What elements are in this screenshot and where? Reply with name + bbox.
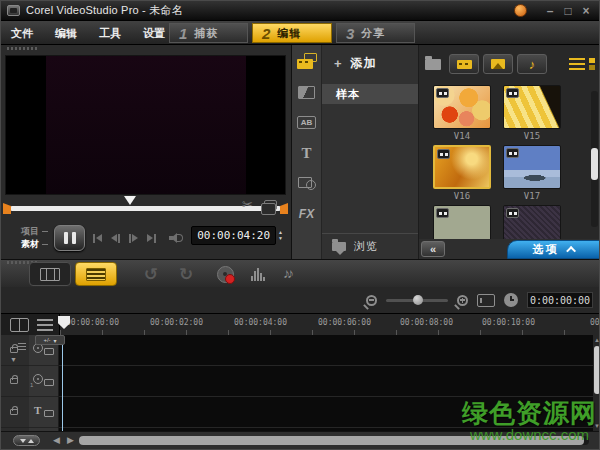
tick-label: 00: bbox=[590, 318, 600, 327]
scroll-right-icon[interactable]: ▶ bbox=[67, 435, 74, 445]
thumbnail-v16-selected[interactable]: V16 bbox=[433, 145, 491, 201]
filter-video-button[interactable] bbox=[449, 54, 479, 74]
filter-audio-button[interactable]: ♪ bbox=[517, 54, 547, 74]
previous-frame-button[interactable] bbox=[111, 234, 120, 243]
gallery-scrollbar[interactable] bbox=[591, 91, 598, 227]
maximize-button[interactable]: □ bbox=[559, 2, 577, 20]
sound-mixer-icon[interactable] bbox=[251, 268, 265, 281]
snapshot-icon[interactable] bbox=[264, 200, 277, 210]
scroll-up-icon[interactable]: ▲ bbox=[593, 336, 600, 344]
fit-project-icon[interactable] bbox=[477, 294, 495, 307]
timeline-vertical-scrollbar[interactable]: ▲ ▼ bbox=[593, 335, 600, 431]
overlay-track-lane[interactable] bbox=[59, 366, 593, 397]
minimize-button[interactable]: – bbox=[541, 2, 559, 20]
media-library-icon[interactable] bbox=[297, 53, 317, 69]
storyboard-mini-icon[interactable] bbox=[10, 318, 29, 332]
volume-icon[interactable] bbox=[169, 233, 183, 243]
add-folder-row[interactable]: + 添加 bbox=[322, 45, 418, 80]
project-duration-timecode[interactable]: 0:00:00:00 bbox=[527, 292, 593, 308]
title-track-header[interactable]: T bbox=[29, 397, 58, 428]
window-title: Corel VideoStudio Pro - 未命名 bbox=[26, 3, 514, 18]
menu-file[interactable]: 文件 bbox=[11, 26, 33, 41]
undo-icon[interactable]: ↺ bbox=[144, 264, 158, 285]
ripple-edit-icon[interactable] bbox=[10, 378, 18, 384]
title-icon[interactable]: T bbox=[301, 146, 311, 160]
auto-music-icon[interactable]: ♪♪ bbox=[283, 265, 291, 281]
end-button[interactable] bbox=[147, 234, 156, 243]
gallery-scrollbar-thumb[interactable] bbox=[591, 148, 598, 180]
photo-filter-icon bbox=[491, 59, 505, 69]
menu-edit[interactable]: 编辑 bbox=[55, 26, 77, 41]
overlay-track-header[interactable]: 1 bbox=[29, 366, 58, 397]
swap-tracks-button[interactable] bbox=[13, 435, 40, 446]
track-options-rail: ▼ bbox=[1, 335, 29, 431]
thumbnail-v14[interactable]: V14 bbox=[433, 85, 491, 141]
timeline-mini-icon[interactable] bbox=[37, 319, 53, 331]
show-all-tracks-button[interactable]: +/- ▾ bbox=[35, 335, 65, 345]
sample-category-item[interactable]: 样本 bbox=[322, 84, 418, 104]
thumbnail-v17[interactable]: V17 bbox=[503, 145, 561, 201]
zoom-out-icon[interactable] bbox=[366, 295, 377, 306]
horizontal-scroll-thumb[interactable] bbox=[79, 436, 584, 445]
trim-end-handle[interactable] bbox=[280, 203, 288, 214]
playhead-line[interactable] bbox=[62, 335, 63, 431]
track-area: +/- ▾ ▼ 1 T bbox=[1, 335, 600, 431]
trim-start-handle[interactable] bbox=[3, 203, 11, 214]
filter-fx-icon[interactable]: FX bbox=[299, 207, 314, 221]
options-button[interactable]: 选项 bbox=[507, 240, 600, 259]
scrubber-handle[interactable] bbox=[124, 196, 136, 205]
next-frame-button[interactable] bbox=[129, 234, 138, 243]
trim-bar[interactable] bbox=[10, 206, 281, 211]
scroll-down-icon[interactable]: ▼ bbox=[593, 422, 600, 430]
transition-icon[interactable] bbox=[298, 86, 315, 99]
corel-guide-icon[interactable] bbox=[514, 4, 527, 17]
timeline-view-button[interactable] bbox=[75, 262, 117, 286]
timeline-ruler[interactable]: 00:00:00:00 00:00:02:00 00:00:04:00 00:0… bbox=[1, 313, 600, 335]
title-ripple-cell[interactable] bbox=[1, 397, 29, 428]
timeline-icon bbox=[86, 268, 106, 281]
preview-panel: ✂ 项目 素材 00:00:04:20 ▲▼ bbox=[1, 45, 291, 259]
graphic-icon[interactable] bbox=[298, 177, 316, 190]
title-track-lane[interactable] bbox=[59, 397, 593, 428]
zoom-in-icon[interactable] bbox=[457, 295, 468, 306]
vertical-scroll-thumb[interactable] bbox=[594, 346, 600, 394]
thumbnail-v15[interactable]: V15 bbox=[503, 85, 561, 141]
timeline-lanes[interactable] bbox=[59, 335, 593, 431]
tab-capture[interactable]: 1 捕获 bbox=[169, 23, 248, 43]
expand-arrow-icon[interactable]: ▼ bbox=[10, 356, 17, 363]
preview-timecode[interactable]: 00:00:04:20 bbox=[191, 226, 276, 245]
duration-clock-icon[interactable] bbox=[504, 293, 518, 307]
ripple-edit-icon[interactable] bbox=[10, 409, 18, 415]
split-clip-icon[interactable]: ✂ bbox=[242, 197, 253, 212]
scroll-left-icon[interactable]: ◀ bbox=[53, 435, 60, 445]
record-capture-icon[interactable] bbox=[217, 266, 234, 283]
tab-share[interactable]: 3 分享 bbox=[336, 23, 415, 43]
redo-icon[interactable]: ↻ bbox=[179, 264, 193, 285]
filter-photo-button[interactable] bbox=[483, 54, 513, 74]
timeline-horizontal-scrollbar[interactable] bbox=[79, 436, 589, 445]
zoom-slider-thumb[interactable] bbox=[413, 295, 423, 305]
menu-settings[interactable]: 设置 bbox=[143, 26, 165, 41]
track-manager-cell[interactable]: ▼ bbox=[1, 335, 29, 366]
tab-edit[interactable]: 2 编辑 bbox=[252, 23, 332, 43]
project-mode-label[interactable]: 项目 bbox=[21, 225, 39, 238]
home-button[interactable] bbox=[93, 234, 102, 243]
instant-project-icon[interactable]: AB bbox=[297, 116, 316, 129]
ripple-edit-icon[interactable] bbox=[10, 347, 18, 353]
list-view-icon[interactable] bbox=[569, 58, 585, 71]
storyboard-view-button[interactable] bbox=[29, 262, 71, 286]
close-button[interactable]: × bbox=[577, 2, 595, 20]
video-track-lane[interactable] bbox=[59, 335, 593, 366]
clip-mode-label[interactable]: 素材 bbox=[21, 238, 39, 251]
overlay-ripple-cell[interactable] bbox=[1, 366, 29, 397]
pause-button[interactable] bbox=[54, 225, 85, 251]
arrow-up-icon bbox=[28, 439, 34, 443]
sort-view-icon[interactable] bbox=[589, 58, 595, 70]
collapse-panel-button[interactable]: « bbox=[421, 241, 445, 257]
browse-row[interactable]: 浏览 bbox=[322, 233, 418, 259]
import-folder-icon[interactable] bbox=[425, 59, 441, 70]
track-manager-icon[interactable] bbox=[18, 343, 26, 350]
timecode-spinner[interactable]: ▲▼ bbox=[278, 230, 283, 241]
timeline-zoom-slider[interactable] bbox=[386, 299, 448, 302]
menu-tools[interactable]: 工具 bbox=[99, 26, 121, 41]
